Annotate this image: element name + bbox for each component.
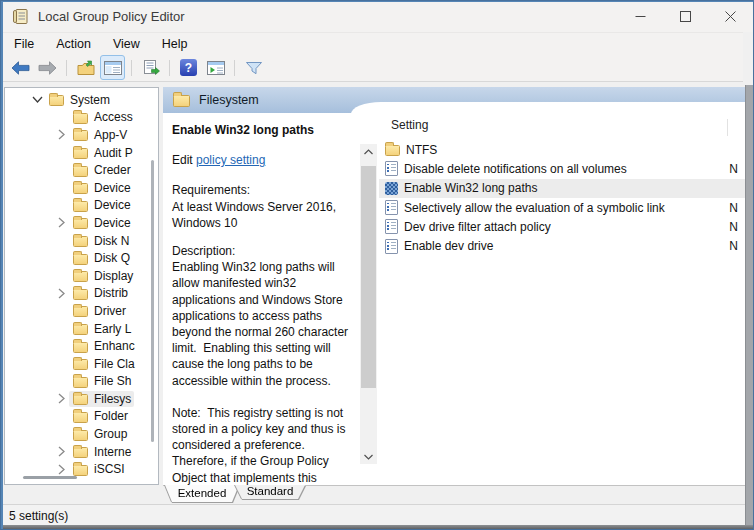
setting-label: Enable Win32 long paths: [404, 181, 537, 195]
chevron-right-icon[interactable]: [53, 129, 69, 141]
setting-row[interactable]: NTFS: [379, 140, 747, 159]
folder-icon: [73, 412, 88, 423]
tree-item-group[interactable]: Group: [5, 425, 155, 443]
toolbar-separator: [131, 60, 132, 76]
folder-icon: [73, 130, 88, 141]
export-list-icon[interactable]: [138, 55, 163, 80]
parent-folder-icon[interactable]: [73, 55, 98, 80]
setting-row[interactable]: Enable dev driveN: [379, 236, 747, 255]
column-header-setting[interactable]: Setting: [391, 118, 428, 132]
menu-view[interactable]: View: [102, 33, 151, 55]
tree-item-folder[interactable]: Folder: [5, 408, 155, 426]
tree-item-device[interactable]: Device: [5, 214, 155, 232]
setting-state: N: [729, 162, 738, 176]
back-arrow-icon[interactable]: [8, 55, 33, 80]
policy-setting-link[interactable]: policy setting: [196, 153, 265, 167]
tree-item-creder[interactable]: Creder: [5, 161, 155, 179]
chevron-right-icon[interactable]: [53, 463, 69, 475]
tree-item-disk-n[interactable]: Disk N: [5, 232, 155, 250]
setting-label: Disable delete notifications on all volu…: [404, 162, 627, 176]
tree-item-display[interactable]: Display: [5, 267, 155, 285]
chevron-right-icon[interactable]: [53, 217, 69, 229]
help-icon[interactable]: ?: [176, 55, 201, 80]
setting-row[interactable]: Selectively allow the evaluation of a sy…: [379, 198, 747, 217]
tree-item-filesys[interactable]: Filesys: [5, 390, 155, 408]
tree-item-label: Folder: [94, 409, 128, 423]
chevron-spacer: [53, 252, 69, 264]
tree-item-interne[interactable]: Interne: [5, 443, 155, 461]
chevron-spacer: [53, 199, 69, 211]
tree-item-label: App-V: [94, 128, 127, 142]
minimize-icon[interactable]: [618, 1, 663, 32]
chevron-down-icon[interactable]: [29, 94, 45, 106]
new-window-icon[interactable]: [203, 55, 228, 80]
menu-help[interactable]: Help: [151, 33, 199, 55]
tree-item-driver[interactable]: Driver: [5, 302, 155, 320]
tree-item-label: Device: [94, 181, 131, 195]
setting-state: N: [729, 201, 738, 215]
scroll-up-icon[interactable]: [360, 144, 377, 159]
folder-icon: [73, 113, 88, 124]
filter-icon[interactable]: [241, 55, 266, 80]
window-edge-right: [745, 85, 753, 529]
setting-state: N: [729, 220, 738, 234]
tree-item-device[interactable]: Device: [5, 197, 155, 215]
policy-setting-icon: [385, 239, 398, 254]
tree-item-app-v[interactable]: App-V: [5, 126, 155, 144]
tab-extended[interactable]: Extended: [165, 485, 239, 502]
menu-file[interactable]: File: [3, 33, 45, 55]
tree-item-audit-p[interactable]: Audit P: [5, 144, 155, 162]
scrollbar-thumb[interactable]: [361, 166, 376, 388]
maximize-icon[interactable]: [663, 1, 708, 32]
folder-icon: [73, 271, 88, 282]
tree-item-early-l[interactable]: Early L: [5, 320, 155, 338]
folder-icon: [73, 289, 88, 300]
folder-icon: [73, 447, 88, 458]
toolbar: ?: [3, 54, 743, 82]
description-text: Description: Enabling Win32 long paths w…: [172, 243, 353, 389]
folder-icon: [49, 95, 64, 106]
tree-vertical-scrollbar[interactable]: [151, 160, 154, 442]
chevron-spacer: [53, 270, 69, 282]
tree-item-device[interactable]: Device: [5, 179, 155, 197]
column-separator[interactable]: [727, 119, 728, 136]
toolbar-separator: [169, 60, 170, 76]
setting-row[interactable]: Enable Win32 long paths: [379, 179, 747, 198]
tree-item-label: System: [70, 93, 110, 107]
folder-icon: [73, 394, 88, 405]
setting-row[interactable]: Dev drive filter attach policyN: [379, 217, 747, 236]
tab-standard[interactable]: Standard: [235, 485, 305, 499]
tree-item-label: Disk N: [94, 234, 129, 248]
setting-row[interactable]: Disable delete notifications on all volu…: [379, 159, 747, 178]
edit-policy-line: Edit policy setting: [172, 152, 353, 168]
tree-item-label: iSCSI: [94, 462, 125, 476]
chevron-right-icon[interactable]: [53, 446, 69, 458]
close-icon[interactable]: [708, 1, 753, 32]
chevron-right-icon[interactable]: [53, 393, 69, 405]
tree-item-disk-q[interactable]: Disk Q: [5, 249, 155, 267]
settings-list: Setting NTFSDisable delete notifications…: [379, 113, 747, 485]
scroll-down-icon[interactable]: [360, 449, 377, 464]
chevron-spacer: [53, 375, 69, 387]
tree-item-file-cla[interactable]: File Cla: [5, 355, 155, 373]
tree-horizontal-scrollbar[interactable]: [23, 476, 77, 479]
menu-action[interactable]: Action: [45, 33, 102, 55]
tree-item-label: File Sh: [94, 374, 131, 388]
chevron-right-icon[interactable]: [53, 287, 69, 299]
tree-item-label: File Cla: [94, 357, 135, 371]
selected-setting-title: Enable Win32 long paths: [172, 122, 353, 138]
tree-item-label: Filesys: [94, 392, 131, 406]
tree-item-system[interactable]: System: [5, 91, 155, 109]
folder-icon: [73, 166, 88, 177]
statusbar: 5 setting(s): [1, 504, 753, 527]
tree-item-access[interactable]: Access: [5, 109, 155, 127]
tree-item-distrib[interactable]: Distrib: [5, 285, 155, 303]
content-header-title: Filesystem: [199, 93, 259, 107]
forward-arrow-icon[interactable]: [35, 55, 60, 80]
tree-item-file-sh[interactable]: File Sh: [5, 373, 155, 391]
toolbar-separator: [234, 60, 235, 76]
details-scrollbar[interactable]: [360, 144, 377, 464]
tree-item-enhanc[interactable]: Enhanc: [5, 337, 155, 355]
folder-icon: [73, 254, 88, 265]
show-console-tree-icon[interactable]: [100, 55, 125, 80]
